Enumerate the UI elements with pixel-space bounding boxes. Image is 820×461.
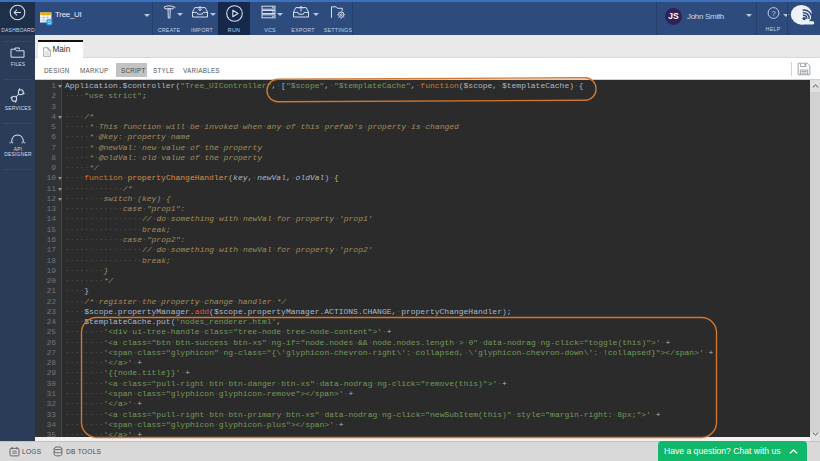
svg-text:?: ?: [771, 9, 775, 18]
svg-text:db: db: [12, 450, 18, 455]
